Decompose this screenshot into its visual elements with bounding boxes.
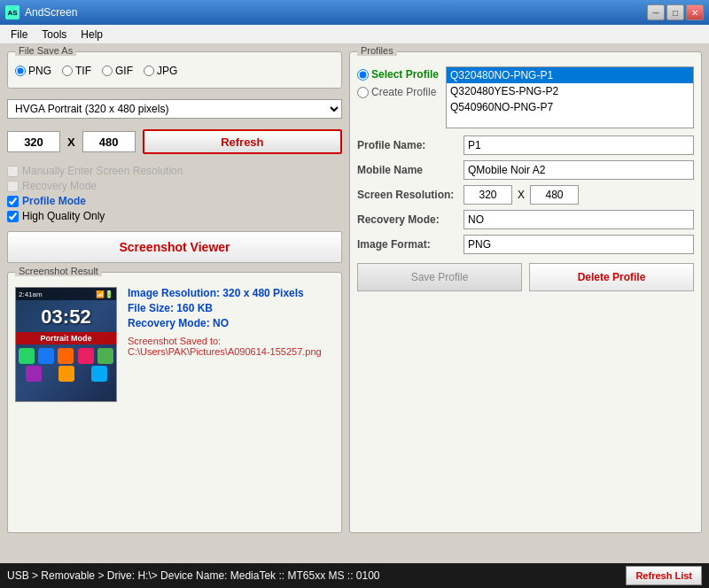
profile-name-input[interactable] <box>464 135 694 155</box>
profiles-title: Profiles <box>357 45 397 56</box>
screenshot-thumbnail: 2:41am 📶🔋 03:52 Portrait Mode <box>15 287 117 402</box>
format-radio-group: PNG TIF GIF JPG <box>15 61 334 81</box>
create-profile-radio[interactable]: Create Profile <box>357 86 439 98</box>
thumb-portrait-label: Portrait Mode <box>16 332 116 344</box>
screen-res-x: X <box>518 189 525 201</box>
profile-radio-group: Select Profile Create Profile <box>357 66 439 98</box>
x-separator: X <box>67 135 75 149</box>
refresh-list-button[interactable]: Refresh List <box>626 566 702 585</box>
gif-label: GIF <box>115 65 133 77</box>
resolution-row: X Refresh <box>7 129 342 154</box>
width-input[interactable] <box>7 131 60 152</box>
file-save-as-group: File Save As PNG TIF GIF JPG <box>7 51 342 89</box>
profile-list-item[interactable]: Q540960NO-PNG-P7 <box>447 99 693 115</box>
tif-radio[interactable]: TIF <box>62 65 91 77</box>
refresh-button[interactable]: Refresh <box>143 129 342 154</box>
screenshot-viewer-button[interactable]: Screenshot Viewer <box>7 231 342 263</box>
recovery-mode-label: Recovery Mode <box>22 180 97 192</box>
device-status-text: USB > Removable > Drive: H:\> Device Nam… <box>7 569 380 582</box>
file-save-as-title: File Save As <box>15 45 76 56</box>
profile-name-label: Profile Name: <box>357 139 464 151</box>
file-size-text: File Size: 160 KB <box>128 302 334 314</box>
high-quality-checkbox[interactable]: High Quality Only <box>7 210 342 222</box>
maximize-button[interactable]: □ <box>666 4 684 20</box>
menu-file[interactable]: File <box>4 27 35 43</box>
profile-mode-checkbox[interactable]: Profile Mode <box>7 195 342 207</box>
profile-recovery-input[interactable] <box>464 210 694 229</box>
select-profile-label: Select Profile <box>371 68 439 81</box>
menu-help[interactable]: Help <box>74 27 110 43</box>
thumb-time: 2:41am <box>19 290 43 298</box>
mobile-name-input[interactable] <box>464 160 694 180</box>
saved-path-text: Screenshot Saved to: C:\Users\PAK\Pictur… <box>128 336 334 357</box>
screen-res-label: Screen Resolution: <box>357 189 464 201</box>
image-format-label: Image Format: <box>357 238 464 251</box>
thumb-clock: 03:52 <box>16 300 116 329</box>
screen-res-height[interactable] <box>530 185 579 205</box>
image-format-input[interactable] <box>464 235 694 254</box>
menu-tools[interactable]: Tools <box>35 27 74 43</box>
png-radio[interactable]: PNG <box>15 65 51 77</box>
profile-select-row: Select Profile Create Profile Q320480NO-… <box>357 66 694 128</box>
close-button[interactable]: ✕ <box>686 4 704 20</box>
image-resolution-text: Image Resolution: 320 x 480 Pixels <box>128 287 334 299</box>
profile-list-item[interactable]: Q320480YES-PNG-P2 <box>447 83 693 99</box>
profile-recovery-label: Recovery Mode: <box>357 213 464 226</box>
high-quality-label: High Quality Only <box>22 210 105 222</box>
result-info: Image Resolution: 320 x 480 Pixels File … <box>128 287 334 402</box>
recovery-mode-text: Recovery Mode: NO <box>128 317 334 329</box>
manual-enter-checkbox[interactable]: Manually Enter Screen Resolution <box>7 165 342 177</box>
status-bar: USB > Removable > Drive: H:\> Device Nam… <box>0 563 709 588</box>
jpg-radio[interactable]: JPG <box>144 65 177 77</box>
png-label: PNG <box>28 65 51 77</box>
resolution-dropdown-container: HVGA Portrait (320 x 480 pixels) <box>7 99 342 119</box>
profile-list[interactable]: Q320480NO-PNG-P1 Q320480YES-PNG-P2 Q5409… <box>446 66 694 128</box>
height-input[interactable] <box>82 131 136 152</box>
screenshot-result-group: Screenshot Result 2:41am 📶🔋 03:52 Portra… <box>7 272 342 533</box>
profiles-group: Profiles Select Profile Create Profile <box>349 51 702 533</box>
title-bar: AS AndScreen ─ □ ✕ <box>0 0 709 25</box>
save-profile-button[interactable]: Save Profile <box>357 263 522 291</box>
resolution-dropdown[interactable]: HVGA Portrait (320 x 480 pixels) <box>7 99 342 119</box>
menu-bar: File Tools Help <box>0 25 709 44</box>
create-profile-label: Create Profile <box>371 86 436 98</box>
profile-form: Profile Name: Mobile Name Screen Resolut… <box>357 135 694 291</box>
profile-list-item[interactable]: Q320480NO-PNG-P1 <box>447 67 693 83</box>
tif-label: TIF <box>75 65 91 77</box>
screen-res-width[interactable] <box>464 185 512 205</box>
app-title: AndScreen <box>25 6 77 19</box>
mobile-name-label: Mobile Name <box>357 164 464 176</box>
gif-radio[interactable]: GIF <box>102 65 133 77</box>
screenshot-result-title: Screenshot Result <box>15 266 102 276</box>
options-section: Manually Enter Screen Resolution Recover… <box>7 165 342 222</box>
recovery-mode-checkbox[interactable]: Recovery Mode <box>7 180 342 192</box>
delete-profile-button[interactable]: Delete Profile <box>529 263 694 291</box>
profile-mode-label: Profile Mode <box>22 195 86 207</box>
minimize-button[interactable]: ─ <box>647 4 665 20</box>
select-profile-radio[interactable]: Select Profile <box>357 68 439 81</box>
manual-enter-label: Manually Enter Screen Resolution <box>22 165 183 177</box>
profile-buttons: Save Profile Delete Profile <box>357 263 694 291</box>
jpg-label: JPG <box>157 65 177 77</box>
app-icon: AS <box>5 5 19 19</box>
